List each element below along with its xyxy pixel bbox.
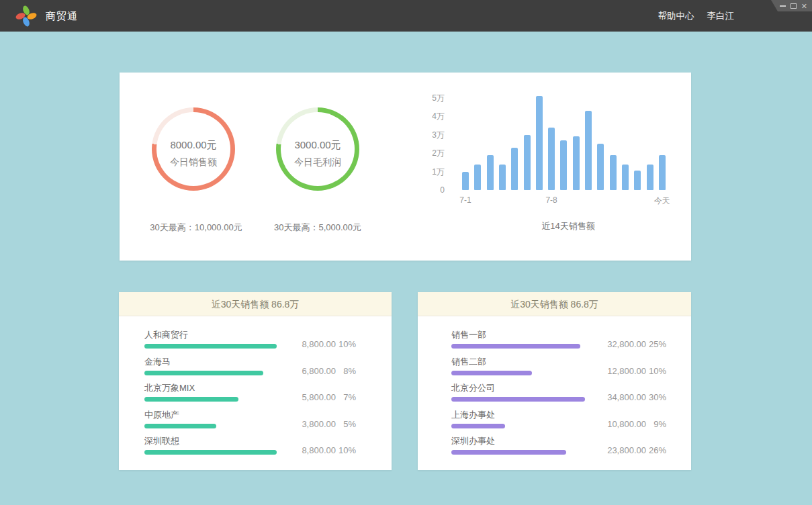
- sales-bar: [524, 135, 531, 191]
- rank-row-amount: 8,800.00: [282, 339, 336, 349]
- rank-row-bar: [451, 450, 566, 455]
- rank-row: 人和商贸行8,800.0010%: [119, 328, 392, 355]
- sales-bar: [536, 96, 543, 190]
- sales-bar: [622, 165, 629, 191]
- rank-row-values: 34,800.0030%: [592, 392, 666, 402]
- customer-sales-rank-card: 近30天销售额 86.8万 人和商贸行8,800.0010%金海马6,800.0…: [119, 292, 392, 470]
- y-tick-label: 5万: [432, 93, 445, 103]
- rank-row: 北京万象MIX5,800.007%: [119, 381, 392, 408]
- today-profit-donut: 3000.00元 今日毛利润: [276, 107, 359, 191]
- app-logo-pinwheel-icon: [15, 5, 37, 27]
- rank-row-percent: 10%: [646, 366, 666, 376]
- rank-row: 中原地产3,800.005%: [119, 408, 392, 435]
- rank-row-label: 上海办事处: [451, 409, 495, 421]
- today-sales-donut: 8000.00元 今日销售额: [152, 107, 235, 191]
- rank-row-amount: 12,800.00: [592, 366, 646, 376]
- sales-bar: [560, 140, 567, 190]
- titlebar: 商贸通 帮助中心 李白江 ✕: [0, 0, 812, 32]
- sales-bar: [487, 155, 494, 190]
- sales-bar: [511, 148, 518, 190]
- sales-bar: [634, 171, 641, 190]
- rank-row: 金海马6,800.008%: [119, 355, 392, 382]
- rank-row-bar: [144, 424, 216, 428]
- x-tick-label: 7-8: [545, 195, 557, 205]
- rank-row-bar: [144, 397, 238, 402]
- customer-rank-rows: 人和商贸行8,800.0010%金海马6,800.008%北京万象MIX5,80…: [119, 316, 392, 461]
- profit-30day-max: 30天最高：5,000.00元: [234, 222, 402, 234]
- rank-row-amount: 34,800.00: [592, 392, 646, 402]
- y-tick-label: 2万: [432, 148, 445, 158]
- rank-row-label: 中原地产: [144, 409, 179, 421]
- window-controls: ✕: [769, 0, 812, 11]
- sales-14day-bar-chart: 5万4万3万2万1万0 7-17-8今天: [427, 86, 677, 190]
- sales-bar: [610, 155, 617, 190]
- rank-row: 深圳办事处23,800.0026%: [418, 434, 691, 461]
- rank-row-label: 北京分公司: [451, 382, 495, 394]
- rank-row-bar: [451, 344, 580, 349]
- rank-row-label: 金海马: [144, 356, 171, 368]
- rank-row-percent: 8%: [336, 366, 356, 376]
- rank-row-values: 6,800.008%: [282, 366, 356, 376]
- rank-row-bar: [451, 371, 532, 375]
- department-rank-rows: 销售一部32,800.0025%销售二部12,800.0010%北京分公司34,…: [418, 316, 691, 461]
- rank-row-amount: 5,800.00: [282, 392, 336, 402]
- rank-row-percent: 7%: [336, 392, 356, 402]
- rank-row-percent: 30%: [646, 392, 666, 402]
- rank-row-bar: [451, 424, 505, 428]
- bar-chart-caption: 近14天销售额: [427, 220, 709, 232]
- rank-row-values: 3,800.005%: [282, 419, 356, 429]
- rank-row-percent: 9%: [646, 419, 666, 429]
- x-tick-label: 今天: [654, 195, 670, 207]
- rank-row-bar: [144, 450, 277, 455]
- x-tick-label: 7-1: [459, 195, 471, 205]
- overview-card: 8000.00元 今日销售额 3000.00元 今日毛利润 30天最高：10,0…: [120, 73, 691, 261]
- rank-row-percent: 26%: [646, 445, 666, 455]
- customer-rank-title: 近30天销售额 86.8万: [119, 292, 392, 316]
- rank-row-amount: 32,800.00: [592, 339, 646, 349]
- rank-row-values: 23,800.0026%: [592, 445, 666, 455]
- today-profit-value: 3000.00元: [276, 139, 359, 152]
- rank-row: 深圳联想8,800.0010%: [119, 434, 392, 461]
- department-rank-title: 近30天销售额 86.8万: [418, 292, 691, 316]
- y-tick-label: 3万: [432, 130, 445, 140]
- today-sales-caption: 今日销售额: [152, 156, 235, 169]
- today-profit-caption: 今日毛利润: [276, 156, 359, 169]
- bar-chart-y-axis: 5万4万3万2万1万0: [427, 86, 462, 190]
- rank-row-values: 32,800.0025%: [592, 339, 666, 349]
- rank-row-percent: 10%: [336, 339, 356, 349]
- app-title: 商贸通: [46, 0, 78, 32]
- rank-row-values: 10,800.009%: [592, 419, 666, 429]
- bar-plot: [462, 86, 677, 190]
- department-sales-rank-card: 近30天销售额 86.8万 销售一部32,800.0025%销售二部12,800…: [418, 292, 691, 470]
- rank-row-amount: 6,800.00: [282, 366, 336, 376]
- help-center-link[interactable]: 帮助中心: [658, 10, 694, 22]
- maximize-icon[interactable]: [791, 3, 797, 9]
- rank-row-label: 深圳联想: [144, 435, 179, 447]
- sales-bar: [548, 128, 555, 191]
- close-icon[interactable]: ✕: [801, 3, 807, 9]
- rank-row-label: 深圳办事处: [451, 435, 495, 447]
- rank-row-bar: [144, 344, 277, 349]
- titlebar-menu: 帮助中心 李白江: [658, 0, 735, 32]
- rank-row: 北京分公司34,800.0030%: [418, 381, 691, 408]
- rank-row-bar: [451, 397, 585, 402]
- rank-row-percent: 5%: [336, 419, 356, 429]
- sales-bar: [585, 111, 592, 190]
- y-tick-label: 4万: [432, 111, 445, 121]
- rank-row-label: 人和商贸行: [144, 329, 188, 341]
- rank-row-values: 8,800.0010%: [282, 445, 356, 455]
- rank-row-values: 5,800.007%: [282, 392, 356, 402]
- rank-row: 销售二部12,800.0010%: [418, 355, 691, 382]
- sales-bar: [474, 165, 481, 191]
- rank-row-bar: [144, 371, 263, 375]
- sales-bar: [573, 136, 580, 190]
- username-menu[interactable]: 李白江: [707, 10, 735, 22]
- sales-bar: [647, 165, 653, 191]
- rank-row: 上海办事处10,800.009%: [418, 408, 691, 435]
- y-tick-label: 0: [440, 185, 445, 195]
- y-tick-label: 1万: [432, 167, 445, 177]
- rank-row-amount: 3,800.00: [282, 419, 336, 429]
- minimize-icon[interactable]: [780, 5, 786, 7]
- rank-row-values: 12,800.0010%: [592, 366, 666, 376]
- rank-row-values: 8,800.0010%: [282, 339, 356, 349]
